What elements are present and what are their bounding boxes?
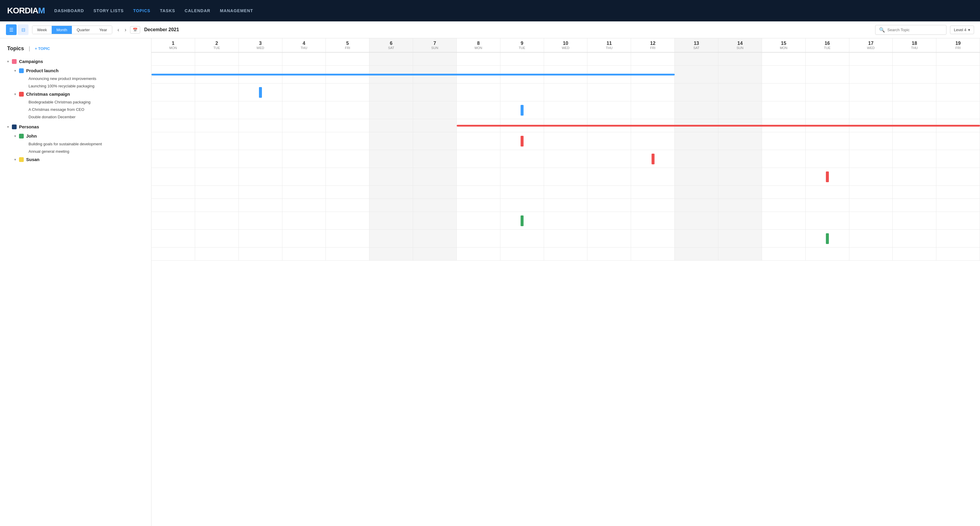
story-recyclable-packaging[interactable]: Launching 100% recyclable packaging [7,82,151,90]
nav-tasks[interactable]: TASKS [160,8,175,13]
cell-r6-d14 [718,150,762,167]
cell-r11-d6 [369,230,413,247]
view-grid-button[interactable]: ⊟ [18,24,29,35]
cell-r6-d8 [457,150,500,167]
cell-r9-d7 [413,199,457,212]
navigation: KORDIAM DASHBOARD STORY LISTS TOPICS TAS… [0,0,980,21]
story-christmas-ceo[interactable]: A Christmas message from CEO [7,106,151,113]
cell-r12-d8 [457,247,500,260]
cell-r6-d12 [631,150,675,167]
search-input[interactable] [887,28,943,32]
susan-header[interactable]: ▾ Susan [7,155,151,164]
cell-r4-d5 [326,119,369,132]
story-biodegradable-christmas[interactable]: Biodegradable Christmas packaging [7,98,151,106]
calendar-body [151,53,980,261]
nav-dashboard[interactable]: DASHBOARD [54,8,84,13]
cell-r0-d18 [893,53,936,65]
cell-r7-d14 [718,168,762,185]
story-double-donation[interactable]: Double donation December [7,113,151,121]
period-quarter[interactable]: Quarter [72,26,94,34]
personas-header[interactable]: ▾ Personas [0,122,151,132]
story-building-goals[interactable]: Building goals for sustainable developme… [7,140,151,148]
john-header[interactable]: ▾ John [7,132,151,140]
day-header-10: 10Wed [544,38,588,52]
nav-management[interactable]: MANAGEMENT [220,8,253,13]
cell-r2-d17 [850,83,893,101]
cell-r1-d4 [282,66,326,83]
period-week[interactable]: Week [32,26,52,34]
subgroup-susan: ▾ Susan [7,155,151,164]
cell-r10-d11 [587,212,631,230]
product-launch-header[interactable]: ▾ Product launch [7,66,151,75]
cell-r1-d10 [544,66,588,83]
cell-r2-d10 [544,83,588,101]
cell-r4-d6 [369,119,413,132]
cell-r8-d8 [457,186,500,199]
cell-r10-d14 [718,212,762,230]
search-icon: 🔍 [879,27,885,33]
next-period-button[interactable]: › [123,26,128,34]
level-label: Level 4 [954,28,966,32]
cell-r3-d15 [762,101,806,119]
cell-r2-d11 [587,83,631,101]
add-topic-button[interactable]: + TOPIC [35,46,50,51]
cell-r5-d10 [544,132,588,150]
cell-r7-d10 [544,168,588,185]
christmas-chevron: ▾ [14,92,16,96]
prev-period-button[interactable]: ‹ [116,26,121,34]
cell-r3-d2 [195,101,239,119]
susan-label: Susan [26,157,40,162]
nav-story-lists[interactable]: STORY LISTS [94,8,124,13]
cell-r2-d9 [500,83,544,101]
nav-links: DASHBOARD STORY LISTS TOPICS TASKS CALEN… [54,8,253,13]
cell-r5-d7 [413,132,457,150]
cell-r11-d16 [806,230,850,247]
period-year[interactable]: Year [94,26,112,34]
level-selector[interactable]: Level 4 ▾ [950,26,974,34]
cell-r3-d8 [457,101,500,119]
christmas-campaign-header[interactable]: ▾ Christmas campaign [7,90,151,98]
cell-r3-d3 [239,101,282,119]
period-month[interactable]: Month [52,26,72,34]
cell-r4-d14 [718,119,762,132]
nav-topics[interactable]: TOPICS [133,8,151,13]
cell-r8-d17 [850,186,893,199]
cell-r2-d3 [239,83,282,101]
cell-r6-d6 [369,150,413,167]
cell-r6-d3 [239,150,282,167]
cell-r2-d18 [893,83,936,101]
john-color [19,134,24,139]
story-annual-meeting[interactable]: Annual general meeting [7,148,151,155]
cell-r8-d16 [806,186,850,199]
cell-r9-d9 [500,199,544,212]
calendar-row-0 [151,53,980,66]
cell-r2-d4 [282,83,326,101]
cell-r2-d15 [762,83,806,101]
cell-r12-d2 [195,247,239,260]
cell-r0-d14 [718,53,762,65]
cell-r12-d10 [544,247,588,260]
cell-r10-d10 [544,212,588,230]
cell-r8-d19 [936,186,980,199]
cell-r2-d8 [457,83,500,101]
cell-r0-d6 [369,53,413,65]
cell-r0-d2 [195,53,239,65]
cell-r9-d4 [282,199,326,212]
nav-calendar[interactable]: CALENDAR [185,8,210,13]
cell-r10-d1 [151,212,195,230]
cell-r5-d3 [239,132,282,150]
cell-r5-d2 [195,132,239,150]
cell-r4-d3 [239,119,282,132]
search-box[interactable]: 🔍 [875,25,947,35]
view-list-button[interactable]: ☰ [6,24,17,35]
cell-r1-d14 [718,66,762,83]
john-chevron: ▾ [14,134,16,138]
cell-r8-d12 [631,186,675,199]
campaigns-header[interactable]: ▾ Campaigns [0,56,151,66]
cell-r11-d10 [544,230,588,247]
cell-r2-d16 [806,83,850,101]
cell-r11-d15 [762,230,806,247]
story-announcing-improvements[interactable]: Announcing new product improvements [7,75,151,82]
cell-r7-d19 [936,168,980,185]
today-button[interactable]: 📅 [130,26,140,33]
